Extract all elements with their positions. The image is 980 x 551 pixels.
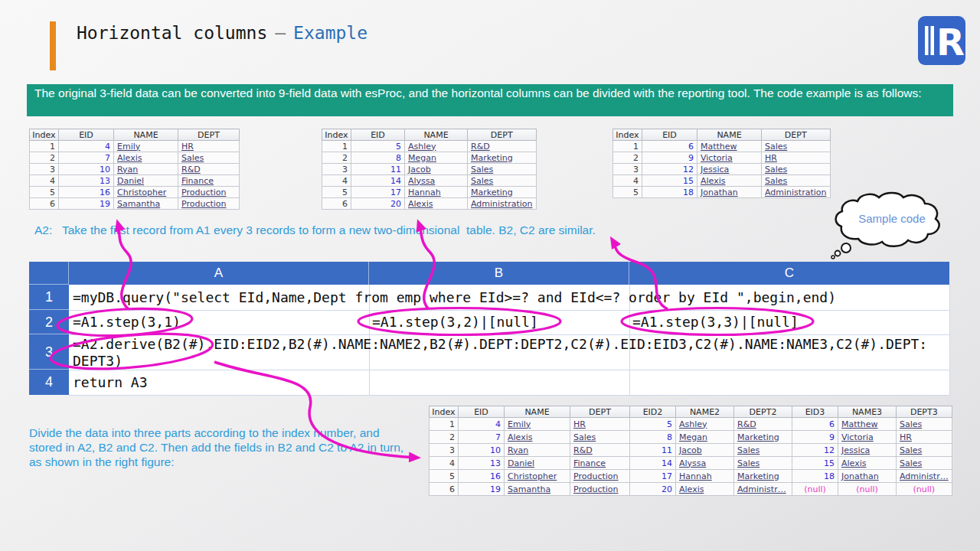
index-cell: 4 bbox=[613, 175, 642, 187]
link-cell: Daniel bbox=[114, 175, 178, 187]
value-cell: 6 bbox=[792, 418, 838, 431]
link-cell: Marketing bbox=[734, 431, 792, 444]
column-header: DEPT bbox=[178, 129, 240, 141]
link-cell: HR bbox=[178, 141, 240, 152]
value-cell: 10 bbox=[459, 444, 505, 457]
value-cell: 10 bbox=[59, 164, 114, 175]
value-cell: 12 bbox=[792, 444, 838, 457]
index-cell: 6 bbox=[30, 198, 59, 210]
link-cell: Production bbox=[178, 198, 240, 210]
link-cell: Production bbox=[178, 187, 240, 198]
index-cell: 5 bbox=[30, 187, 59, 198]
link-cell: Emily bbox=[114, 141, 178, 152]
link-cell: R&D bbox=[178, 164, 240, 175]
link-cell: Finance bbox=[570, 457, 630, 470]
null-cell: (null) bbox=[897, 483, 952, 496]
column-header: DEPT bbox=[762, 129, 831, 141]
source-table-b: IndexEIDNAMEDEPT15AshleyR&D28MeganMarket… bbox=[322, 129, 537, 210]
data-table: IndexEIDNAMEDEPT14EmilyHR27AlexisSales31… bbox=[29, 129, 240, 210]
table-row: 620AlexisAdministration bbox=[322, 198, 537, 210]
value-cell: 16 bbox=[459, 470, 505, 483]
table-row: 414AlyssaSales bbox=[322, 175, 537, 187]
title-main: Horizontal columns bbox=[77, 23, 267, 43]
index-cell: 1 bbox=[322, 141, 351, 152]
value-cell: 5 bbox=[351, 141, 405, 152]
link-cell: Christopher bbox=[114, 187, 178, 198]
link-cell: Production bbox=[570, 483, 630, 496]
grid-row-number-4: 4 bbox=[29, 370, 69, 395]
link-cell: Alexis bbox=[114, 152, 178, 164]
source-table-c: IndexEIDNAMEDEPT16MatthewSales29Victoria… bbox=[612, 129, 831, 198]
table-row: 312JessicaSales bbox=[613, 164, 831, 175]
cloud-bubble-large bbox=[841, 243, 851, 253]
value-cell: 11 bbox=[630, 444, 676, 457]
index-cell: 5 bbox=[613, 187, 642, 198]
grid-column-header-c: C bbox=[629, 262, 949, 285]
null-cell: (null) bbox=[792, 483, 838, 496]
value-cell: 12 bbox=[642, 164, 697, 175]
table-row: 516ChristopherProduction17HannahMarketin… bbox=[430, 470, 952, 483]
column-header: NAME3 bbox=[838, 406, 897, 418]
link-cell: Ashley bbox=[676, 418, 734, 431]
column-header: NAME bbox=[505, 406, 570, 418]
grid-corner-cell bbox=[29, 262, 69, 285]
column-header: EID bbox=[59, 129, 114, 141]
bottom-note: Divide the data into three parts accordi… bbox=[29, 425, 406, 469]
value-cell: 4 bbox=[59, 141, 114, 152]
cloud-bubble-small bbox=[831, 256, 835, 259]
grid-vline-right bbox=[949, 285, 950, 395]
column-header: Index bbox=[613, 129, 642, 141]
grid-cell-a4: return A3 bbox=[73, 370, 148, 395]
table-row: 413DanielFinance14AlyssaSales15AlexisSal… bbox=[430, 457, 952, 470]
table-row: 517HannahMarketing bbox=[322, 187, 537, 198]
value-cell: 7 bbox=[459, 431, 505, 444]
value-cell: 14 bbox=[351, 175, 405, 187]
link-cell: Matthew bbox=[697, 141, 762, 152]
link-cell: Sales bbox=[734, 444, 792, 457]
cloud-bubble-medium bbox=[835, 251, 841, 256]
column-header: NAME2 bbox=[676, 406, 734, 418]
value-cell: 13 bbox=[59, 175, 114, 187]
page-title: Horizontal columns—Example bbox=[77, 23, 368, 43]
value-cell: 8 bbox=[351, 152, 405, 164]
link-cell: R&D bbox=[570, 444, 630, 457]
value-cell: 19 bbox=[59, 198, 114, 210]
column-header: EID bbox=[351, 129, 405, 141]
link-cell: Sales bbox=[762, 175, 831, 187]
link-cell: Matthew bbox=[838, 418, 897, 431]
link-cell: Jessica bbox=[697, 164, 762, 175]
grid-hline-bottom bbox=[69, 395, 949, 396]
link-cell: Sales bbox=[468, 164, 537, 175]
table-row: 29VictoriaHR bbox=[613, 152, 831, 164]
link-cell: Ashley bbox=[405, 141, 468, 152]
value-cell: 15 bbox=[642, 175, 697, 187]
grid-column-header-a: A bbox=[69, 262, 369, 285]
a2-note: A2: Take the first record from A1 every … bbox=[34, 223, 596, 237]
link-cell: Administr… bbox=[897, 470, 952, 483]
value-cell: 7 bbox=[59, 152, 114, 164]
link-cell: Samantha bbox=[114, 198, 178, 210]
null-cell: (null) bbox=[838, 483, 897, 496]
link-cell: Production bbox=[570, 470, 630, 483]
column-header: Index bbox=[322, 129, 351, 141]
index-cell: 4 bbox=[30, 175, 59, 187]
link-cell: Administration bbox=[468, 198, 537, 210]
link-cell: R&D bbox=[734, 418, 792, 431]
link-cell: Hannah bbox=[676, 470, 734, 483]
data-table: IndexEIDNAMEDEPTEID2NAME2DEPT2EID3NAME3D… bbox=[429, 406, 952, 496]
data-table: IndexEIDNAMEDEPT16MatthewSales29Victoria… bbox=[612, 129, 831, 198]
table-row: 15AshleyR&D bbox=[322, 141, 537, 152]
link-cell: Administration bbox=[762, 187, 831, 198]
table-row: 619SamanthaProduction bbox=[30, 198, 240, 210]
intro-banner: The original 3-field data can be convert… bbox=[27, 84, 953, 116]
link-cell: Alexis bbox=[838, 457, 897, 470]
index-cell: 1 bbox=[30, 141, 59, 152]
index-cell: 3 bbox=[322, 164, 351, 175]
link-cell: Sales bbox=[762, 164, 831, 175]
column-header: NAME bbox=[114, 129, 178, 141]
value-cell: 16 bbox=[59, 187, 114, 198]
index-cell: 2 bbox=[322, 152, 351, 164]
index-cell: 6 bbox=[430, 483, 459, 496]
grid-cell-c2: =A1.step(3,3)|[null] bbox=[632, 310, 799, 334]
link-cell: Sales bbox=[762, 141, 831, 152]
